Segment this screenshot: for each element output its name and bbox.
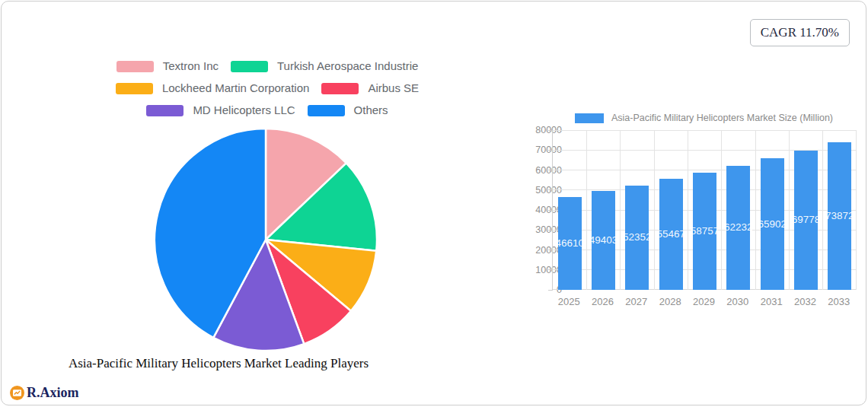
y-axis-tick <box>548 130 553 131</box>
legend-label: Airbus SE <box>368 81 419 95</box>
bar-value-label: 52352 <box>619 231 655 243</box>
bar-value-label: 62232 <box>720 221 756 233</box>
x-tick-label-2032: 2032 <box>788 296 822 307</box>
y-axis-tick <box>548 210 553 211</box>
bar-plot-area: 4661049403523525546758757622326590269778… <box>552 130 856 290</box>
bar-2032[interactable]: 69778 <box>794 151 818 290</box>
pie-legend: Textron IncTurkish Aerospace IndustrieLo… <box>69 59 465 117</box>
y-axis-tick <box>548 150 553 151</box>
gridline-v <box>789 130 790 290</box>
pie-chart <box>152 126 380 354</box>
legend-item-md-helicopters-llc[interactable]: MD Helicopters LLC <box>146 103 295 117</box>
bar-2031[interactable]: 65902 <box>761 158 784 290</box>
legend-label: Lockheed Martin Corporation <box>162 81 309 95</box>
bar-legend-label: Asia-Pacific Military Helicopters Market… <box>611 113 833 123</box>
bar-2027[interactable]: 52352 <box>625 186 649 290</box>
y-axis-tick <box>548 250 553 250</box>
legend-item-lockheed-martin-corporation[interactable]: Lockheed Martin Corporation <box>116 81 309 95</box>
bar-2030[interactable]: 62232 <box>726 166 750 290</box>
gridline-v <box>654 130 655 290</box>
legend-swatch <box>231 61 268 72</box>
x-tick-label-2030: 2030 <box>721 296 755 307</box>
chart-card: CAGR 11.70% Textron IncTurkish Aerospace… <box>1 1 866 405</box>
pie-chart-title: Asia-Pacific Military Helicopters Market… <box>2 356 436 371</box>
cagr-badge: CAGR 11.70% <box>750 19 850 46</box>
bar-2028[interactable]: 55467 <box>659 179 683 290</box>
x-tick-label-2025: 2025 <box>552 296 586 307</box>
bar-2033[interactable]: 73872 <box>828 142 851 290</box>
legend-item-turkish-aerospace-industrie[interactable]: Turkish Aerospace Industrie <box>231 59 418 73</box>
gridline-v <box>586 130 587 290</box>
legend-swatch <box>116 83 153 94</box>
bar-2026[interactable]: 49403 <box>592 191 615 290</box>
gridline-v <box>688 130 688 290</box>
bar-value-label: 73872 <box>822 210 857 221</box>
brand-chart-icon <box>9 385 25 401</box>
y-axis-tick <box>548 290 553 291</box>
legend-item-textron-inc[interactable]: Textron Inc <box>116 59 219 73</box>
legend-item-others[interactable]: Others <box>308 103 388 117</box>
gridline-v <box>721 130 722 290</box>
x-tick-label-2026: 2026 <box>586 296 619 307</box>
legend-label: Others <box>354 103 388 117</box>
gridline-h <box>553 130 856 131</box>
bar-legend-swatch <box>575 113 604 123</box>
bar-chart: Asia-Pacific Military Helicopters Market… <box>519 111 868 316</box>
x-tick-label-2027: 2027 <box>620 296 653 307</box>
y-axis-tick <box>548 269 553 270</box>
bar-2025[interactable]: 46610 <box>558 197 582 290</box>
x-tick-label-2031: 2031 <box>755 296 788 307</box>
bar-value-label: 65902 <box>755 218 790 230</box>
legend-swatch <box>321 83 359 94</box>
legend-swatch <box>308 105 345 116</box>
legend-label: MD Helicopters LLC <box>193 103 295 117</box>
bar-value-label: 46610 <box>552 237 588 249</box>
legend-label: Turkish Aerospace Industrie <box>277 59 418 73</box>
bar-chart-legend[interactable]: Asia-Pacific Military Helicopters Market… <box>552 113 856 123</box>
legend-item-airbus-se[interactable]: Airbus SE <box>321 81 419 95</box>
y-axis-tick <box>548 230 553 231</box>
y-axis-tick <box>548 189 553 190</box>
gridline-v <box>755 130 756 290</box>
bar-value-label: 49403 <box>586 234 621 246</box>
brand-logo: R.Axiom <box>9 385 79 401</box>
bar-value-label: 69778 <box>788 214 824 225</box>
bar-value-label: 55467 <box>653 228 689 240</box>
x-tick-label-2029: 2029 <box>687 296 720 307</box>
x-tick-label-2028: 2028 <box>653 296 687 307</box>
legend-label: Textron Inc <box>163 59 219 73</box>
gridline-v <box>620 130 621 290</box>
legend-swatch <box>116 61 154 72</box>
legend-swatch <box>146 105 183 116</box>
brand-name: R.Axiom <box>27 385 79 401</box>
bar-2029[interactable]: 58757 <box>693 173 716 290</box>
y-axis-tick <box>548 170 553 170</box>
bar-value-label: 58757 <box>687 225 723 237</box>
x-tick-label-2033: 2033 <box>822 296 856 307</box>
